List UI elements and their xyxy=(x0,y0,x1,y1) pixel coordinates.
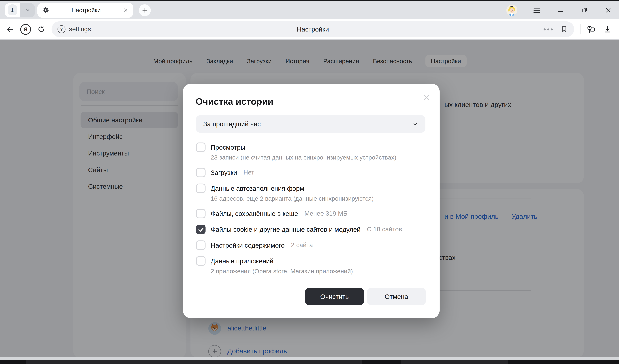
active-browser-tab[interactable]: Настройки xyxy=(37,3,133,18)
window-restore-button[interactable] xyxy=(580,6,589,14)
tab-close-icon[interactable] xyxy=(123,8,128,13)
tab-count: 1 xyxy=(11,7,14,13)
gear-icon xyxy=(42,7,49,13)
browser-menu-button[interactable] xyxy=(533,6,541,14)
history-item-count: Нет xyxy=(243,169,254,176)
tab-bar: 1 Настройки xyxy=(0,1,619,19)
history-item-checkbox[interactable] xyxy=(196,142,206,152)
history-item: Данные приложений 2 приложения (Opera st… xyxy=(196,256,425,275)
restore-icon xyxy=(581,7,588,13)
cancel-button[interactable]: Отмена xyxy=(367,288,426,305)
history-item-count: 2 сайта xyxy=(291,242,313,249)
minimize-icon xyxy=(558,7,564,13)
history-item-checkbox[interactable] xyxy=(196,240,206,250)
settings-page: Мой профиль Закладки Загрузки История Ра… xyxy=(0,39,619,357)
history-item-label: Загрузки xyxy=(211,169,237,176)
page-title: Настройки xyxy=(297,26,329,33)
history-item-label: Файлы, сохранённые в кеше xyxy=(211,210,298,217)
history-item-count: С 18 сайтов xyxy=(367,226,402,233)
history-item: Настройки содержимого 2 сайта xyxy=(196,240,425,250)
yandex-logo-icon[interactable]: Я xyxy=(20,24,31,35)
close-icon xyxy=(605,7,611,13)
history-item-label: Просмотры xyxy=(211,143,245,151)
tab-title: Настройки xyxy=(49,7,123,13)
window-bottom-edge xyxy=(0,357,619,360)
history-item: Файлы cookie и другие данные сайтов и мо… xyxy=(196,224,425,234)
back-button[interactable] xyxy=(6,25,14,34)
taskbar-sliver xyxy=(0,360,619,364)
history-items-list: Просмотры 23 записи (не считая данных на… xyxy=(196,142,425,281)
tab-list-dropdown-button[interactable] xyxy=(20,3,35,17)
modal-title: Очистка истории xyxy=(196,96,273,107)
history-item-label: Настройки содержимого xyxy=(211,241,285,249)
toolbar-divider xyxy=(580,24,580,34)
bookmark-icon[interactable] xyxy=(560,25,568,33)
history-item-checkbox[interactable] xyxy=(196,256,206,266)
clear-button[interactable]: Очистить xyxy=(305,288,364,305)
period-value: За прошедший час xyxy=(203,120,261,128)
window-top-edge xyxy=(0,0,619,1)
history-item-checkbox[interactable] xyxy=(196,168,206,177)
window-minimize-button[interactable] xyxy=(556,6,565,14)
user-avatar[interactable] xyxy=(506,4,518,16)
downloads-icon[interactable] xyxy=(604,25,612,33)
password-manager-icon[interactable] xyxy=(587,25,596,34)
history-item-subtext: 23 записи (не считая данных на синхрониз… xyxy=(211,153,425,162)
history-item-label: Данные приложений xyxy=(211,257,273,265)
history-item-checkbox[interactable] xyxy=(196,209,206,218)
chevron-down-icon xyxy=(24,7,30,13)
settings-favicon-icon: Y xyxy=(57,25,65,33)
tab-counter-button[interactable]: 1 xyxy=(5,3,20,17)
history-item: Загрузки Нет xyxy=(196,168,425,177)
history-item: Файлы, сохранённые в кеше Менее 319 МБ xyxy=(196,209,425,218)
close-icon xyxy=(423,94,431,101)
period-select[interactable]: За прошедший час xyxy=(196,115,425,133)
more-actions-icon[interactable] xyxy=(544,28,553,30)
chevron-down-icon xyxy=(412,121,418,127)
new-tab-button[interactable] xyxy=(139,4,151,16)
history-item-checkbox[interactable] xyxy=(196,184,206,193)
history-item: Данные автозаполнения форм 16 адресов, е… xyxy=(196,184,425,203)
history-item-label: Данные автозаполнения форм xyxy=(211,184,304,192)
url-text[interactable]: settings xyxy=(69,26,91,33)
window-close-button[interactable] xyxy=(604,6,613,14)
history-item-checkbox[interactable] xyxy=(196,224,206,234)
browser-window: 1 Настройки xyxy=(0,0,619,364)
url-field[interactable]: Y settings Настройки xyxy=(52,21,574,37)
tab-counter-badge: 1 xyxy=(8,5,17,15)
history-item: Просмотры 23 записи (не считая данных на… xyxy=(196,142,425,162)
plus-icon xyxy=(142,7,148,13)
tab-counter-group[interactable]: 1 xyxy=(5,3,35,17)
history-item-subtext: 2 приложения (Opera store, Магазин прило… xyxy=(211,267,425,275)
history-item-label: Файлы cookie и другие данные сайтов и мо… xyxy=(211,226,361,233)
refresh-button[interactable] xyxy=(37,25,46,34)
check-icon xyxy=(197,226,204,233)
back-arrow-icon xyxy=(6,25,14,33)
address-bar: Я Y settings Настройки xyxy=(0,19,619,40)
modal-close-button[interactable] xyxy=(422,93,431,102)
titlebar-right-cluster xyxy=(506,4,614,16)
refresh-icon xyxy=(37,25,45,33)
history-item-subtext: 16 адресов, ещё 2 варианта (данные синхр… xyxy=(211,194,425,203)
history-item-count: Менее 319 МБ xyxy=(304,210,347,217)
clear-history-modal: Очистка истории За прошедший час Просмо xyxy=(183,84,440,318)
hamburger-icon xyxy=(533,6,541,14)
